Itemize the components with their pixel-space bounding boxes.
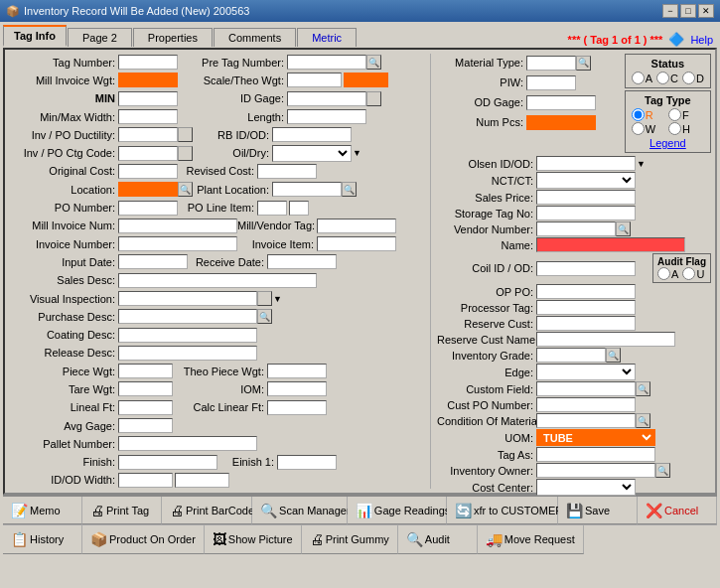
original-cost-input[interactable]: 5.0000 (118, 164, 178, 179)
memo-button[interactable]: 📝 Memo (3, 497, 82, 524)
od-gage-input[interactable] (526, 95, 596, 110)
visual-inspection-button[interactable] (257, 291, 272, 306)
mill-invoice-num-input[interactable] (118, 219, 237, 233)
num-pcs-input[interactable]: 100 (526, 115, 596, 130)
length-input[interactable]: 20.0000 (287, 109, 366, 124)
piw-input[interactable]: 0 (526, 75, 576, 90)
inv-po-ctg-button[interactable] (178, 146, 193, 161)
oil-dry-select[interactable] (272, 145, 352, 162)
id-od-width-input2[interactable]: 0.0000 (175, 473, 229, 488)
id-od-width-input1[interactable]: 0.0000 (118, 473, 173, 488)
tab-page-2[interactable]: Page 2 (68, 28, 132, 47)
audit-button[interactable]: 🔍 Audit (398, 525, 478, 554)
xfr-customer-button[interactable]: 🔄 xfr to CUSTOMER (447, 497, 558, 524)
pre-tag-search-button[interactable]: 🔍 (366, 55, 381, 70)
plant-location-input[interactable] (272, 182, 342, 197)
mill-invoice-wgt-input[interactable]: 40.000 (118, 73, 178, 87)
revised-cost-input[interactable]: 0.0000 (257, 164, 317, 179)
rb-id-od-input[interactable] (272, 127, 352, 142)
legend-button[interactable]: Legend (632, 137, 704, 149)
invoice-number-input[interactable] (118, 236, 237, 251)
tag-type-radio-r[interactable] (632, 108, 645, 121)
tag-type-radio-f[interactable] (668, 108, 681, 121)
release-desc-input[interactable] (118, 346, 257, 361)
maximize-button[interactable]: □ (680, 4, 696, 18)
inv-po-ductility-input[interactable] (118, 127, 178, 142)
status-radio-d[interactable] (682, 72, 695, 84)
min-input[interactable]: 1.2000 (118, 91, 178, 106)
condition-of-material-input[interactable] (536, 413, 636, 428)
inventory-grade-search-button[interactable]: 🔍 (606, 348, 621, 363)
status-radio-c[interactable] (656, 72, 669, 84)
tag-as-input[interactable] (536, 447, 655, 462)
scan-manager-button[interactable]: 🔍 Scan Manager (252, 497, 348, 524)
custom-field-search-button[interactable]: 🔍 (636, 381, 650, 396)
tab-comments[interactable]: Comments (214, 28, 296, 47)
tag-type-radio-h[interactable] (668, 122, 681, 135)
print-barcode-button[interactable]: 🖨 Print BarCode (162, 497, 252, 524)
sales-desc-input[interactable] (118, 273, 317, 288)
lineal-ft-input[interactable]: 166.7 (118, 400, 173, 415)
cust-po-number-input[interactable] (536, 397, 636, 412)
status-radio-a[interactable] (632, 72, 645, 84)
vendor-number-input[interactable]: AKSTE (536, 221, 616, 236)
tab-tag-info[interactable]: Tag Info (3, 25, 67, 47)
minimize-button[interactable]: − (662, 4, 678, 18)
piw-value-input[interactable]: 39.000 (344, 73, 388, 87)
avg-gage-input[interactable]: 965.4077 (118, 418, 173, 433)
processor-tag-input[interactable] (536, 300, 636, 315)
plant-location-search-button[interactable]: 🔍 (342, 182, 357, 197)
purchase-desc-search-button[interactable]: 🔍 (257, 309, 272, 324)
inventory-grade-input[interactable]: 04MLA (536, 348, 606, 363)
po-line-p-input[interactable]: P (289, 201, 309, 216)
sales-price-input[interactable]: CWT (536, 190, 636, 205)
inventory-owner-input[interactable] (536, 463, 655, 478)
receive-date-input[interactable]: 6/14/2022 (267, 254, 337, 269)
invoice-item-input[interactable] (317, 236, 396, 251)
uom-select[interactable]: TUBE (536, 429, 655, 446)
iom-input[interactable] (267, 381, 327, 396)
audit-flag-radio-a[interactable] (657, 267, 670, 280)
storage-tag-no-input[interactable] (536, 206, 636, 220)
cost-center-select[interactable] (536, 479, 636, 496)
purchase-desc-input[interactable] (118, 309, 257, 324)
tare-wgt-input[interactable]: 0 (118, 381, 173, 396)
show-picture-button[interactable]: 🖼 Show Picture (205, 525, 302, 554)
help-button[interactable]: Help (690, 34, 713, 46)
tab-metric[interactable]: Metric (297, 28, 357, 47)
visual-inspection-input[interactable] (118, 291, 257, 306)
history-button[interactable]: 📋 History (3, 525, 82, 554)
print-gummy-button[interactable]: 🖨 Print Gummy (302, 525, 398, 554)
tag-type-radio-w[interactable] (632, 122, 645, 135)
reserve-cust-input[interactable] (536, 316, 636, 331)
cancel-button[interactable]: ❌ Cancel (638, 497, 717, 524)
input-date-input[interactable]: 6/14/2022 (118, 254, 188, 269)
tag-number-input[interactable]: 200563 (118, 55, 178, 70)
inv-po-ctg-code-input[interactable] (118, 146, 178, 161)
inventory-owner-search-button[interactable]: 🔍 (655, 463, 670, 478)
piece-wgt-input[interactable]: 400 (118, 364, 173, 378)
location-input[interactable]: CMIUC (118, 182, 178, 197)
calc-linear-ft-input[interactable]: 166.7 (267, 400, 327, 415)
tab-properties[interactable]: Properties (133, 28, 213, 47)
edge-select[interactable] (536, 364, 636, 380)
scale-theo-wgt-input[interactable]: 39.900 (287, 73, 342, 87)
po-line-item-input[interactable]: 1 (257, 201, 287, 216)
id-gage-input[interactable] (287, 91, 366, 106)
audit-flag-radio-u[interactable] (682, 267, 695, 280)
pre-tag-number-input[interactable] (287, 55, 366, 70)
vendor-number-search-button[interactable]: 🔍 (616, 221, 631, 236)
move-request-button[interactable]: 🚚 Move Request (478, 525, 584, 554)
id-gage-button[interactable] (366, 91, 381, 106)
olsen-id-od-input[interactable] (536, 156, 636, 171)
gage-readings-button[interactable]: 📊 Gage Readings (348, 497, 447, 524)
coil-id-od-input[interactable] (536, 261, 636, 276)
save-button[interactable]: 💾 Save (558, 497, 638, 524)
print-tag-button[interactable]: 🖨 Print Tag (82, 497, 162, 524)
custom-field-input[interactable] (536, 381, 636, 396)
po-number-input[interactable]: 287 (118, 201, 178, 216)
nct-ct-select[interactable] (536, 172, 636, 189)
theo-piece-wgt-input[interactable] (267, 364, 327, 378)
name-input[interactable]: AK Steel Corp (536, 237, 685, 252)
location-search-button[interactable]: 🔍 (178, 182, 193, 197)
